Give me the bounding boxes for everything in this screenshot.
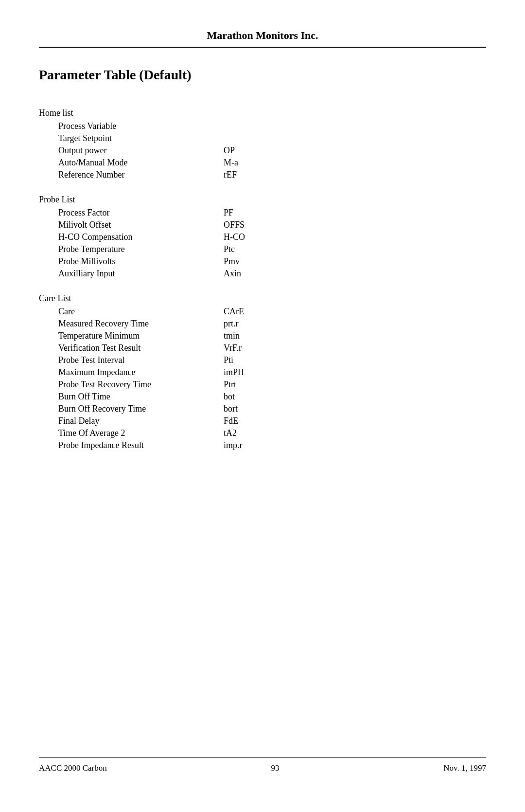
item-label: Burn Off Time <box>58 392 214 402</box>
item-code: prt.r <box>224 319 239 329</box>
item-code: FdE <box>224 416 238 426</box>
item-row: Probe TemperaturePtc <box>39 243 486 255</box>
item-row: Final DelayFdE <box>39 415 486 427</box>
page: Marathon Monitors Inc. Parameter Table (… <box>0 0 525 812</box>
footer-right: Nov. 1, 1997 <box>443 763 486 773</box>
section-header-probe-list: Probe List <box>39 195 486 205</box>
item-row: Probe Test IntervalPti <box>39 354 486 366</box>
item-row: Time Of Average 2tA2 <box>39 427 486 439</box>
section-spacer-1 <box>39 181 486 190</box>
item-row: Measured Recovery Timeprt.r <box>39 318 486 330</box>
item-label: Time Of Average 2 <box>58 428 214 438</box>
item-code: Ptc <box>224 244 235 254</box>
item-label: Auxilliary Input <box>58 269 214 279</box>
item-code: rEF <box>224 170 237 180</box>
item-label: Measured Recovery Time <box>58 319 214 329</box>
section-spacer-2 <box>39 280 486 289</box>
item-label: Reference Number <box>58 170 214 180</box>
item-label: Milivolt Offset <box>58 220 214 230</box>
item-row: Auto/Manual ModeM-a <box>39 157 486 169</box>
item-label: Probe Temperature <box>58 244 214 254</box>
item-row: Probe MillivoltsPmv <box>39 255 486 268</box>
item-label: Temperature Minimum <box>58 331 214 341</box>
footer-left: AACC 2000 Carbon <box>39 763 107 773</box>
item-row: Probe Test Recovery TimePtrt <box>39 379 486 391</box>
item-code: imPH <box>224 367 244 378</box>
item-row: Probe Impedance Resultimp.r <box>39 439 486 451</box>
item-code: Ptrt <box>224 379 236 390</box>
item-label: Auto/Manual Mode <box>58 158 214 168</box>
item-label: Care <box>58 307 214 317</box>
item-row: Burn Off Recovery Timebort <box>39 403 486 415</box>
item-code: Pti <box>224 355 233 365</box>
item-row: Milivolt OffsetOFFS <box>39 219 486 231</box>
item-label: Final Delay <box>58 416 214 426</box>
item-label: H-CO Compensation <box>58 232 214 242</box>
item-row: Process FactorPF <box>39 207 486 219</box>
footer: AACC 2000 Carbon 93 Nov. 1, 1997 <box>39 757 486 773</box>
item-label: Process Variable <box>58 121 214 131</box>
item-code: tmin <box>224 331 240 341</box>
item-row: Maximum ImpedanceimPH <box>39 366 486 379</box>
section-header-care-list: Care List <box>39 293 486 304</box>
item-label: Probe Millivolts <box>58 256 214 267</box>
item-label: Target Setpoint <box>58 133 214 144</box>
item-code: M-a <box>224 158 238 168</box>
item-row: Output powerOP <box>39 144 486 157</box>
item-code: bot <box>224 392 235 402</box>
item-code: bort <box>224 404 238 414</box>
item-row: Process Variable <box>39 120 486 132</box>
item-row: Verification Test ResultVrF.r <box>39 342 486 354</box>
item-row: Temperature Minimumtmin <box>39 330 486 342</box>
item-code: Axin <box>224 269 241 279</box>
content: Parameter Table (Default) Home listProce… <box>39 67 486 757</box>
item-code: OP <box>224 145 235 156</box>
item-code: tA2 <box>224 428 237 438</box>
page-title: Parameter Table (Default) <box>39 67 486 83</box>
item-code: CArE <box>224 307 244 317</box>
item-label: Probe Test Interval <box>58 355 214 365</box>
sections-container: Home listProcess VariableTarget Setpoint… <box>39 94 486 451</box>
item-code: imp.r <box>224 440 243 451</box>
item-code: PF <box>224 208 233 218</box>
item-label: Probe Test Recovery Time <box>58 379 214 390</box>
item-code: H-CO <box>224 232 245 242</box>
item-label: Probe Impedance Result <box>58 440 214 451</box>
item-label: Output power <box>58 145 214 156</box>
item-row: Auxilliary InputAxin <box>39 268 486 280</box>
item-row: Reference NumberrEF <box>39 169 486 181</box>
header: Marathon Monitors Inc. <box>39 29 486 62</box>
item-row: H-CO CompensationH-CO <box>39 231 486 243</box>
section-spacer-0 <box>39 94 486 103</box>
item-row: Target Setpoint <box>39 132 486 144</box>
item-code: VrF.r <box>224 343 242 353</box>
item-code: Pmv <box>224 256 240 267</box>
item-label: Maximum Impedance <box>58 367 214 378</box>
header-rule <box>39 47 486 48</box>
item-row: CareCArE <box>39 306 486 318</box>
item-label: Process Factor <box>58 208 214 218</box>
header-title: Marathon Monitors Inc. <box>39 29 486 42</box>
item-label: Burn Off Recovery Time <box>58 404 214 414</box>
footer-center: 93 <box>271 763 280 773</box>
item-row: Burn Off Timebot <box>39 391 486 403</box>
item-label: Verification Test Result <box>58 343 214 353</box>
item-code: OFFS <box>224 220 245 230</box>
section-header-home-list: Home list <box>39 108 486 118</box>
